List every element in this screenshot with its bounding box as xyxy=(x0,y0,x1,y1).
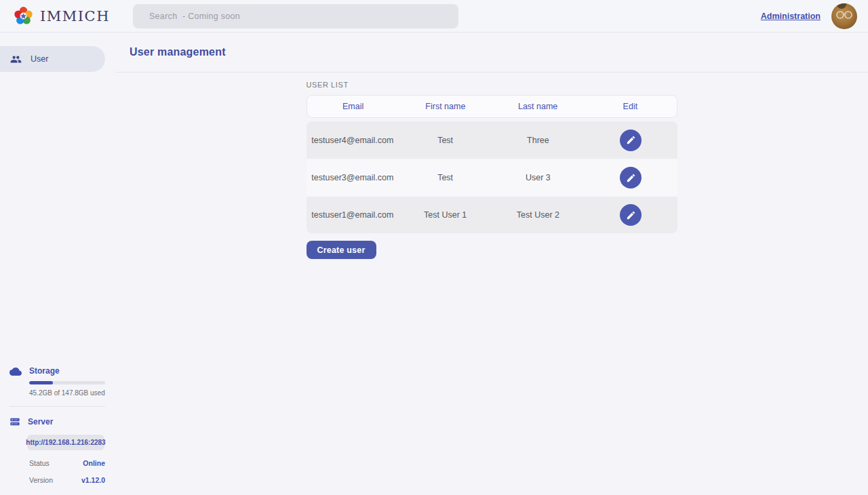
column-first-name: First name xyxy=(399,102,492,111)
user-list-label: USER LIST xyxy=(307,81,677,89)
table-row: testuser3@email.com Test User 3 xyxy=(307,159,677,196)
cell-last-name: User 3 xyxy=(492,173,585,182)
administration-link[interactable]: Administration xyxy=(761,12,821,21)
app-logo[interactable]: IMMICH xyxy=(12,5,110,27)
edit-user-button[interactable] xyxy=(620,204,642,226)
cell-last-name: Test User 2 xyxy=(492,210,585,220)
cell-first-name: Test xyxy=(399,173,492,182)
server-status-value: Online xyxy=(83,459,105,467)
server-version-value: v1.12.0 xyxy=(81,476,105,484)
users-icon xyxy=(10,54,22,65)
storage-title: Storage xyxy=(29,366,60,376)
table-row: testuser4@email.com Test Three xyxy=(307,121,677,159)
table-row: testuser1@email.com Test User 1 Test Use… xyxy=(307,196,677,233)
page-title: User management xyxy=(130,46,226,58)
pencil-icon xyxy=(626,173,636,183)
main-panel: User management USER LIST Email First na… xyxy=(115,33,868,495)
server-version-label: Version xyxy=(29,476,53,484)
user-table-header: Email First name Last name Edit xyxy=(307,95,677,118)
app-title: IMMICH xyxy=(40,8,110,24)
cell-email: testuser4@email.com xyxy=(307,136,399,145)
column-edit: Edit xyxy=(584,102,676,111)
storage-progress-bar xyxy=(29,381,105,384)
sidebar-item-user[interactable]: User xyxy=(0,46,105,72)
server-icon xyxy=(9,416,20,427)
sidebar-divider xyxy=(9,406,105,407)
cell-first-name: Test xyxy=(399,136,492,145)
immich-flower-icon xyxy=(12,5,35,27)
server-status-label: Status xyxy=(29,459,50,467)
storage-progress-fill xyxy=(29,381,53,384)
cell-email: testuser3@email.com xyxy=(307,173,399,182)
sidebar: User Storage 45.2GB of 147.8GB used xyxy=(0,33,115,495)
cell-last-name: Three xyxy=(492,136,585,145)
create-user-button[interactable]: Create user xyxy=(307,241,376,259)
cell-email: testuser1@email.com xyxy=(307,210,399,220)
column-last-name: Last name xyxy=(492,102,584,111)
search-input[interactable] xyxy=(133,4,458,28)
user-table: testuser4@email.com Test Three testuser3… xyxy=(307,121,677,233)
cell-first-name: Test User 1 xyxy=(399,210,492,220)
storage-usage-text: 45.2GB of 147.8GB used xyxy=(29,389,105,397)
user-avatar[interactable] xyxy=(831,3,857,29)
app-header: IMMICH Administration xyxy=(0,0,868,33)
glasses-photo-detail xyxy=(835,10,854,20)
cloud-icon xyxy=(9,367,22,376)
sidebar-item-user-label: User xyxy=(31,54,48,64)
edit-user-button[interactable] xyxy=(620,167,642,189)
column-email: Email xyxy=(307,102,399,111)
pencil-icon xyxy=(626,135,636,145)
edit-user-button[interactable] xyxy=(620,130,642,151)
server-url-badge: http://192.168.1.216:2283 xyxy=(27,435,104,450)
pencil-icon xyxy=(626,210,636,220)
server-title: Server xyxy=(28,417,53,427)
